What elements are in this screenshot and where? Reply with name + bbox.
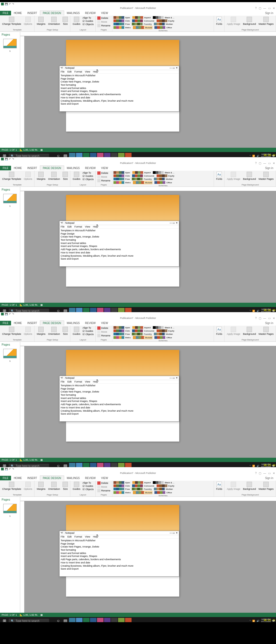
- schemes-gallery[interactable]: Apex Aspect Black & ... Civic Concourse …: [113, 326, 181, 339]
- notepad-window[interactable]: *F - Notepad — ▭ ✕ File Edit Format View…: [59, 221, 179, 267]
- redo-icon[interactable]: ↷: [12, 3, 14, 5]
- master-pages-button[interactable]: Master Pages: [257, 16, 275, 26]
- notepad-menu-format[interactable]: Format: [74, 380, 82, 383]
- move-page-button[interactable]: Move: [97, 485, 111, 489]
- page-thumbnail[interactable]: [3, 194, 17, 203]
- size-button[interactable]: Size: [61, 171, 69, 181]
- tray-network-icon[interactable]: 📶: [252, 465, 255, 467]
- size-button[interactable]: Size: [61, 16, 69, 26]
- scheme-metro[interactable]: Metro: [113, 336, 131, 339]
- scheme-flow[interactable]: Flow: [113, 488, 130, 490]
- scheme-flow[interactable]: Flow: [113, 23, 130, 25]
- fonts-button[interactable]: AaFonts: [215, 326, 223, 336]
- minimize-icon[interactable]: —: [263, 317, 266, 320]
- scheme-metro[interactable]: Metro: [113, 491, 131, 494]
- notepad-menu-file[interactable]: File: [61, 70, 65, 73]
- change-template-button[interactable]: Change Template: [1, 481, 22, 491]
- taskbar-app-1[interactable]: [69, 618, 75, 622]
- size-button[interactable]: Size: [61, 481, 69, 491]
- margins-button[interactable]: Margins: [36, 326, 46, 336]
- objects-checkbox[interactable]: ☑Objects: [82, 488, 94, 491]
- sign-in-link[interactable]: Sign in: [262, 477, 276, 480]
- help-icon[interactable]: ?: [255, 472, 257, 475]
- taskbar-app-2[interactable]: [76, 618, 82, 622]
- sign-in-link[interactable]: Sign in: [262, 12, 276, 15]
- notepad-menu-file[interactable]: File: [61, 380, 65, 383]
- save-icon[interactable]: 💾: [5, 3, 8, 5]
- scheme-civic[interactable]: Civic: [113, 484, 130, 487]
- scheme-metro[interactable]: Metro: [113, 181, 131, 184]
- notepad-maximize-icon[interactable]: ▭: [172, 532, 175, 534]
- objects-checkbox[interactable]: ☑Objects: [82, 333, 94, 336]
- orientation-button[interactable]: Orientation: [47, 326, 61, 336]
- tray-chevron-icon[interactable]: ˄: [250, 620, 251, 622]
- sign-in-link[interactable]: Sign in: [262, 322, 276, 325]
- taskbar-app-5[interactable]: [97, 618, 104, 622]
- notepad-maximize-icon[interactable]: ▭: [172, 222, 175, 224]
- minimize-icon[interactable]: —: [263, 162, 266, 165]
- scheme-black[interactable]: Black & ...: [153, 481, 174, 484]
- notepad-menu-help[interactable]: Help: [93, 535, 98, 538]
- undo-icon[interactable]: ↶: [9, 158, 11, 160]
- notepad-menu-help[interactable]: Help: [93, 380, 98, 383]
- schemes-gallery[interactable]: Apex Aspect Black & ... Civic Concourse …: [113, 481, 181, 494]
- guides-button[interactable]: Guides: [71, 481, 81, 491]
- notepad-minimize-icon[interactable]: —: [170, 222, 172, 224]
- options-button[interactable]: Options: [23, 16, 33, 26]
- apply-image-button[interactable]: Apply Image: [226, 16, 241, 26]
- scheme-foundry[interactable]: Foundry: [132, 23, 151, 25]
- scheme-equity[interactable]: Equity: [157, 484, 174, 487]
- tab-review[interactable]: REVIEW: [82, 11, 98, 15]
- fonts-button[interactable]: AaFonts: [215, 171, 223, 181]
- tray-volume-icon[interactable]: 🔊: [257, 465, 259, 467]
- notepad-content[interactable]: Templates in Microsoft Publisher Page De…: [60, 384, 179, 416]
- scheme-median[interactable]: Median: [154, 178, 173, 180]
- undo-icon[interactable]: ↶: [9, 468, 11, 470]
- guides-button[interactable]: Guides: [71, 326, 81, 336]
- scheme-module[interactable]: Module: [133, 181, 152, 184]
- scheme-concourse[interactable]: Concourse: [132, 174, 154, 177]
- scheme-median[interactable]: Median: [154, 23, 173, 25]
- tab-page-design[interactable]: PAGE DESIGN: [40, 11, 64, 15]
- size-button[interactable]: Size: [61, 326, 69, 336]
- ribbon-toggle-icon[interactable]: ▢: [259, 317, 261, 320]
- tray-volume-icon[interactable]: 🔊: [257, 155, 259, 157]
- notepad-menu-help[interactable]: Help: [93, 70, 98, 73]
- tab-home[interactable]: HOME: [11, 11, 25, 15]
- taskbar-app-6[interactable]: [104, 618, 111, 622]
- help-icon[interactable]: ?: [255, 162, 257, 165]
- scheme-civic[interactable]: Civic: [113, 19, 130, 22]
- background-button[interactable]: Background: [242, 171, 257, 181]
- notepad-menu-format[interactable]: Format: [74, 535, 82, 538]
- maximize-icon[interactable]: ▭: [268, 162, 271, 165]
- redo-icon[interactable]: ↷: [12, 468, 14, 470]
- sign-in-link[interactable]: Sign in: [262, 167, 276, 170]
- scheme-apex[interactable]: Apex: [113, 326, 130, 329]
- delete-page-button[interactable]: Delete: [97, 16, 111, 20]
- save-icon[interactable]: 💾: [5, 468, 8, 470]
- close-icon[interactable]: ✕: [273, 162, 275, 165]
- fonts-button[interactable]: AaFonts: [215, 16, 223, 26]
- master-pages-button[interactable]: Master Pages: [257, 171, 275, 181]
- fonts-button[interactable]: AaFonts: [215, 481, 223, 491]
- scheme-black[interactable]: Black & ...: [153, 326, 174, 329]
- apply-image-button[interactable]: Apply Image: [226, 326, 241, 336]
- notepad-window[interactable]: *F - Notepad — ▭ ✕ File Edit Format View…: [59, 66, 179, 112]
- taskbar-app-7[interactable]: [111, 618, 118, 622]
- options-button[interactable]: Options: [23, 326, 33, 336]
- background-button[interactable]: Background: [242, 16, 257, 26]
- undo-icon[interactable]: ↶: [9, 313, 11, 315]
- notepad-content[interactable]: Templates in Microsoft Publisher Page De…: [60, 229, 179, 261]
- page-thumbnail[interactable]: [3, 349, 17, 358]
- scheme-foundry[interactable]: Foundry: [132, 488, 151, 490]
- undo-icon[interactable]: ↶: [9, 3, 11, 5]
- tab-file[interactable]: FILE: [0, 321, 11, 325]
- notepad-content[interactable]: Templates in Microsoft Publisher Page De…: [60, 539, 179, 571]
- delete-page-button[interactable]: Delete: [97, 171, 111, 175]
- notepad-menu-view[interactable]: View: [85, 225, 90, 228]
- change-template-button[interactable]: Change Template: [1, 16, 22, 26]
- notepad-menu-edit[interactable]: Edit: [67, 225, 72, 228]
- orientation-button[interactable]: Orientation: [47, 171, 61, 181]
- notepad-maximize-icon[interactable]: ▭: [172, 67, 175, 69]
- notepad-menu-format[interactable]: Format: [74, 70, 82, 73]
